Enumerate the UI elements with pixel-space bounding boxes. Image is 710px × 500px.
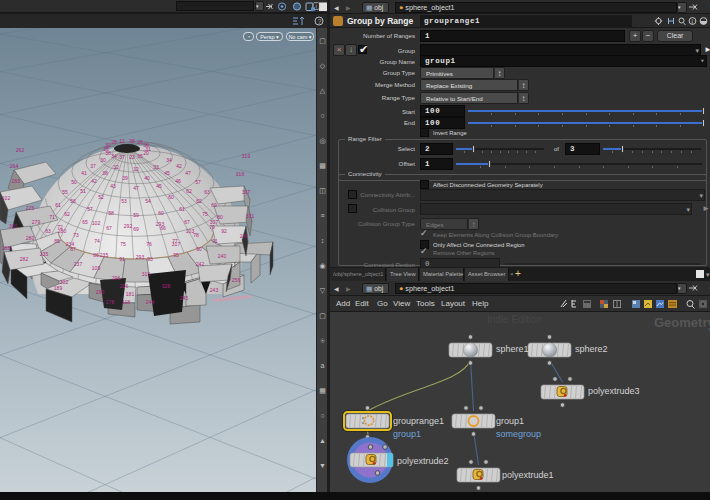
svg-text:40: 40 (144, 175, 150, 181)
svg-text:73: 73 (73, 232, 79, 238)
svg-text:319: 319 (242, 153, 251, 159)
svg-text:28: 28 (111, 139, 117, 145)
svg-text:32: 32 (113, 164, 119, 170)
svg-text:264: 264 (10, 163, 19, 169)
svg-text:57: 57 (87, 206, 93, 212)
svg-text:46: 46 (175, 178, 181, 184)
svg-text:45: 45 (156, 183, 162, 189)
svg-text:43: 43 (110, 183, 116, 189)
svg-text:118: 118 (122, 299, 130, 305)
svg-text:91: 91 (119, 256, 125, 262)
svg-text:42: 42 (176, 163, 182, 169)
svg-text:polyextrude1: polyextrude1 (502, 470, 554, 480)
svg-text:20: 20 (143, 150, 149, 156)
svg-text:225: 225 (26, 205, 35, 211)
svg-text:65: 65 (82, 219, 88, 225)
svg-text:63: 63 (204, 189, 210, 195)
svg-text:293: 293 (136, 254, 145, 260)
svg-text:60: 60 (168, 194, 174, 200)
svg-text:69: 69 (133, 226, 139, 232)
svg-text:grouprange1: grouprange1 (393, 416, 444, 426)
svg-text:103: 103 (186, 228, 195, 234)
svg-text:67: 67 (184, 219, 190, 225)
svg-text:331: 331 (246, 213, 255, 219)
svg-text:242: 242 (196, 261, 205, 267)
svg-text:47: 47 (185, 170, 191, 176)
svg-text:102: 102 (92, 220, 101, 226)
svg-text:51: 51 (80, 188, 86, 194)
svg-text:60: 60 (158, 210, 164, 216)
svg-text:241: 241 (240, 233, 249, 239)
svg-text:102: 102 (2, 195, 11, 201)
svg-text:293: 293 (156, 221, 165, 227)
svg-text:group1: group1 (393, 429, 421, 439)
svg-text:318: 318 (236, 171, 245, 177)
svg-text:243: 243 (210, 287, 219, 293)
svg-text:90: 90 (196, 246, 202, 252)
svg-text:53: 53 (121, 198, 127, 204)
svg-text:85: 85 (54, 238, 60, 244)
svg-text:290: 290 (96, 289, 105, 295)
svg-text:32: 32 (105, 142, 111, 148)
svg-text:38: 38 (102, 170, 108, 176)
svg-text:83: 83 (45, 228, 51, 234)
svg-text:181: 181 (126, 291, 135, 297)
svg-text:23: 23 (129, 154, 135, 160)
svg-text:35: 35 (137, 153, 143, 159)
svg-text:280: 280 (58, 228, 67, 234)
svg-text:76: 76 (146, 241, 152, 247)
svg-text:12: 12 (119, 138, 125, 144)
svg-text:group1: group1 (496, 416, 524, 426)
svg-text:33: 33 (153, 164, 159, 170)
svg-text:39: 39 (122, 175, 128, 181)
svg-text:188: 188 (2, 245, 11, 251)
svg-text:30: 30 (100, 157, 106, 163)
svg-text:59: 59 (133, 212, 139, 218)
svg-text:62: 62 (186, 188, 192, 194)
svg-text:polyextrude3: polyextrude3 (588, 386, 640, 396)
svg-text:32: 32 (133, 166, 139, 172)
svg-text:86: 86 (93, 252, 99, 258)
svg-text:109: 109 (92, 265, 101, 271)
svg-text:55: 55 (62, 189, 68, 195)
svg-text:234: 234 (66, 241, 75, 247)
svg-text:?: ? (317, 18, 321, 25)
svg-text:58: 58 (108, 210, 114, 216)
svg-text:178: 178 (106, 299, 115, 305)
svg-text:37: 37 (119, 154, 125, 160)
svg-text:301: 301 (9, 223, 18, 229)
svg-text:54: 54 (145, 198, 151, 204)
svg-text:296: 296 (112, 275, 121, 281)
svg-text:93: 93 (147, 256, 153, 262)
svg-text:240: 240 (218, 253, 227, 259)
svg-text:69: 69 (211, 202, 217, 208)
svg-text:279: 279 (32, 219, 41, 225)
svg-text:75: 75 (202, 211, 208, 217)
svg-text:61: 61 (179, 206, 185, 212)
svg-text:92: 92 (221, 228, 227, 234)
svg-text:50: 50 (71, 179, 77, 185)
svg-text:47: 47 (133, 185, 139, 191)
svg-text:36: 36 (143, 142, 149, 148)
svg-text:Geometry: Geometry (654, 315, 710, 330)
svg-text:42: 42 (91, 178, 97, 184)
svg-text:26: 26 (137, 139, 143, 145)
svg-text:317: 317 (172, 241, 181, 247)
svg-text:235: 235 (100, 252, 109, 258)
svg-text:45: 45 (164, 170, 170, 176)
svg-text:34: 34 (166, 157, 172, 163)
svg-text:262: 262 (16, 147, 25, 153)
svg-text:71: 71 (49, 214, 55, 220)
svg-text:41: 41 (81, 170, 87, 176)
svg-text:328: 328 (162, 283, 171, 289)
svg-text:237: 237 (74, 261, 83, 267)
svg-text:62: 62 (64, 211, 70, 217)
svg-text:38: 38 (129, 138, 135, 144)
svg-text:315: 315 (142, 271, 151, 277)
svg-text:sphere1: sphere1 (496, 344, 529, 354)
svg-text:307: 307 (210, 219, 219, 225)
svg-text:244: 244 (146, 299, 155, 305)
svg-text:235: 235 (40, 251, 49, 257)
svg-text:sphere2: sphere2 (575, 344, 608, 354)
svg-text:75: 75 (120, 241, 126, 247)
